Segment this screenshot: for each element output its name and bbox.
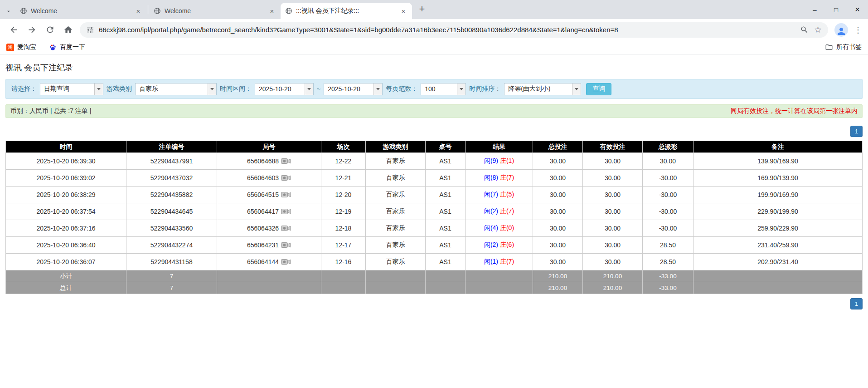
video-camera-icon[interactable] [281, 191, 291, 198]
cell-payout: -30.00 [643, 203, 693, 220]
total-valid-bet: 210.00 [583, 282, 643, 294]
cell-total-bet[interactable]: 30.00 [533, 203, 583, 220]
table-row: 2025-10-20 06:37:16522904433560656064326… [6, 220, 863, 237]
window-close-button[interactable]: × [847, 0, 868, 19]
bookmark-taobao[interactable]: 淘 爱淘宝 [6, 43, 36, 51]
tab-close-icon[interactable]: × [268, 7, 276, 15]
back-button[interactable] [5, 22, 23, 38]
cell-round: 656064326 [217, 220, 321, 237]
pagination-top: 1 [5, 126, 863, 137]
forward-button[interactable] [23, 22, 41, 38]
new-tab-button[interactable]: + [415, 2, 429, 16]
sort-order-select[interactable]: 降幂(由大到小) [504, 83, 581, 95]
cell-result: 闲(2) 庄(6) [466, 237, 533, 254]
cell-result: 闲(8) 庄(7) [466, 170, 533, 187]
date-from-select[interactable]: 2025-10-20 [255, 83, 314, 95]
browser-toolbar: 66cxkj98.com/ipl/portal.php/game/betreco… [0, 19, 868, 40]
bet-records-table: 时间 注单编号 局号 场次 游戏类别 桌号 结果 总投注 有效投注 总派彩 备注… [5, 141, 863, 294]
window-minimize-button[interactable]: – [804, 0, 825, 19]
total-count: 7 [126, 282, 217, 294]
bookmark-star-icon[interactable]: ☆ [814, 25, 822, 34]
profile-avatar[interactable] [834, 23, 848, 37]
cell-bet-id: 522904433560 [126, 220, 217, 237]
sort-label: 时间排序： [469, 85, 501, 93]
currency-summary-text: 币别：人民币 | 总共 :7 注单 | [10, 107, 91, 115]
cell-game-type: 百家乐 [366, 203, 426, 220]
cell-table-no: AS1 [426, 153, 466, 170]
total-row: 总计 7 210.00 210.00 -33.00 [6, 282, 863, 294]
column-header-session: 场次 [321, 141, 366, 153]
cell-session: 12-20 [321, 187, 366, 203]
browser-window: Welcome × Welcome × :::视讯 会员下注纪录::: × + [0, 0, 868, 309]
zoom-icon[interactable] [800, 25, 809, 34]
table-row: 2025-10-20 06:36:40522904432274656064231… [6, 237, 863, 254]
site-settings-icon[interactable] [86, 26, 94, 34]
total-total-bet: 210.00 [533, 282, 583, 294]
banker-result: 庄(7) [500, 174, 514, 181]
cell-remark: 169.90/139.90 [693, 170, 863, 187]
column-header-result: 结果 [466, 141, 533, 153]
date-to-value: 2025-10-20 [324, 83, 373, 95]
chevron-down-icon [373, 83, 382, 95]
video-camera-icon[interactable] [281, 157, 291, 165]
video-camera-icon[interactable] [281, 174, 291, 182]
cell-total-bet[interactable]: 30.00 [533, 170, 583, 187]
address-bar[interactable]: 66cxkj98.com/ipl/portal.php/game/betreco… [80, 22, 828, 38]
page-content: 视讯 会员下注纪录 请选择： 日期查询 游戏类别 百家乐 时间区间： 2025-… [0, 62, 868, 309]
subtotal-row: 小计 7 210.00 210.00 -33.00 [6, 270, 863, 282]
cell-total-bet[interactable]: 30.00 [533, 153, 583, 170]
round-number: 656064603 [247, 174, 279, 182]
chevron-down-icon [305, 83, 313, 95]
cell-valid-bet: 30.00 [583, 254, 643, 270]
tab-welcome-1[interactable]: Welcome × [15, 3, 147, 19]
tab-close-icon[interactable]: × [134, 7, 142, 15]
bookmark-baidu[interactable]: 百度一下 [49, 43, 85, 51]
refresh-button[interactable] [41, 22, 59, 38]
video-camera-icon[interactable] [281, 208, 291, 215]
cell-time: 2025-10-20 06:37:54 [6, 203, 126, 220]
tab-welcome-2[interactable]: Welcome × [149, 3, 281, 19]
cell-round: 656064515 [217, 187, 321, 203]
cell-total-bet[interactable]: 30.00 [533, 220, 583, 237]
globe-favicon-icon [154, 7, 161, 15]
globe-favicon-icon [20, 7, 27, 15]
page-button[interactable]: 1 [850, 126, 863, 137]
tab-close-icon[interactable]: × [399, 7, 407, 15]
tab-bet-records[interactable]: :::视讯 会员下注纪录::: × [281, 3, 412, 19]
game-type-select[interactable]: 百家乐 [135, 83, 217, 95]
window-maximize-button[interactable]: □ [825, 0, 847, 19]
video-camera-icon[interactable] [281, 241, 291, 249]
browser-menu-icon[interactable]: ⋮ [853, 25, 863, 35]
home-button[interactable] [59, 22, 77, 38]
video-camera-icon[interactable] [281, 225, 291, 232]
empty-cell [366, 270, 426, 282]
all-bookmarks-button[interactable]: 所有书签 [825, 43, 862, 51]
page-button[interactable]: 1 [850, 298, 863, 309]
player-result: 闲(2) [484, 241, 498, 248]
video-camera-icon[interactable] [281, 258, 291, 265]
search-button[interactable]: 查询 [586, 83, 611, 95]
player-result: 闲(4) [484, 224, 498, 231]
subtotal-label: 小计 [6, 270, 126, 282]
cell-total-bet[interactable]: 30.00 [533, 254, 583, 270]
url-text[interactable]: 66cxkj98.com/ipl/portal.php/game/betreco… [99, 26, 795, 34]
tab-divider [148, 5, 148, 14]
date-to-select[interactable]: 2025-10-20 [324, 83, 383, 95]
cell-total-bet[interactable]: 30.00 [533, 187, 583, 203]
column-header-payout: 总派彩 [643, 141, 693, 153]
query-type-select[interactable]: 日期查询 [40, 83, 103, 95]
cell-round: 656064144 [217, 254, 321, 270]
column-header-time: 时间 [6, 141, 126, 153]
bookmark-label: 爱淘宝 [17, 43, 36, 51]
all-bookmarks-label: 所有书签 [836, 43, 862, 51]
page-size-select[interactable]: 100 [421, 83, 466, 95]
cell-payout: -30.00 [643, 220, 693, 237]
cell-total-bet[interactable]: 30.00 [533, 237, 583, 254]
empty-cell [321, 270, 366, 282]
empty-cell [217, 282, 321, 294]
round-number: 656064688 [247, 157, 279, 165]
banker-result: 庄(0) [500, 224, 514, 231]
cell-table-no: AS1 [426, 254, 466, 270]
tab-search-chevron-icon[interactable] [2, 4, 15, 19]
tab-title: Welcome [165, 7, 268, 15]
